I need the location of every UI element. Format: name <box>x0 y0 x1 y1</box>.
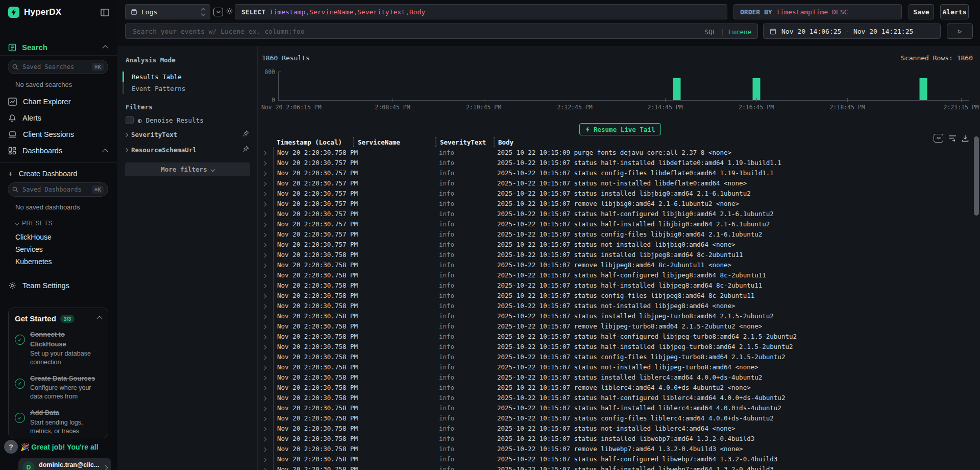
table-row[interactable]: Nov 20 2:20:30.758 PMinfo2025-10-22 10:1… <box>258 311 968 321</box>
table-row[interactable]: Nov 20 2:20:30.758 PMinfo2025-10-22 10:1… <box>258 403 968 413</box>
help-button[interactable]: ? <box>4 440 18 454</box>
expand-row-icon[interactable] <box>258 312 273 320</box>
chevron-up-icon[interactable] <box>96 316 102 321</box>
expand-row-icon[interactable] <box>258 220 273 228</box>
expand-row-icon[interactable] <box>258 353 273 361</box>
expand-row-icon[interactable] <box>258 343 273 350</box>
expand-row-icon[interactable] <box>258 322 273 330</box>
get-started-step[interactable]: ✓ Add Data Start sending logs, metrics, … <box>15 408 102 435</box>
histogram-bar[interactable] <box>673 78 681 100</box>
expand-row-icon[interactable] <box>258 404 273 412</box>
denoise-results-toggle[interactable]: ◐ Denoise Results <box>126 116 204 124</box>
scrollbar-thumb[interactable] <box>974 136 979 216</box>
table-row[interactable]: Nov 20 2:20:30.758 PMinfo2025-10-22 10:1… <box>258 147 968 157</box>
table-row[interactable]: Nov 20 2:20:30.758 PMinfo2025-10-22 10:1… <box>258 331 968 341</box>
get-started-step[interactable]: ✓ Create Data Sources Configure where yo… <box>15 373 102 401</box>
source-select[interactable]: Logs <box>125 4 210 19</box>
table-row[interactable]: Nov 20 2:20:30.758 PMinfo2025-10-22 10:1… <box>258 423 968 433</box>
table-row[interactable]: Nov 20 2:20:30.758 PMinfo2025-10-22 10:1… <box>258 321 968 331</box>
table-row[interactable]: Nov 20 2:20:30.758 PMinfo2025-10-22 10:1… <box>258 443 968 454</box>
table-row[interactable]: Nov 20 2:20:30.758 PMinfo2025-10-22 10:1… <box>258 249 968 260</box>
expand-row-icon[interactable] <box>258 435 273 442</box>
expand-row-icon[interactable] <box>258 169 273 177</box>
saved-dashboards-input[interactable]: ⌘K <box>8 182 108 197</box>
expand-row-icon[interactable] <box>258 210 273 218</box>
expand-row-icon[interactable] <box>258 261 273 269</box>
expand-row-icon[interactable] <box>258 302 273 310</box>
expand-row-icon[interactable] <box>258 445 273 453</box>
table-row[interactable]: Nov 20 2:20:30.758 PMinfo2025-10-22 10:1… <box>258 341 968 351</box>
table-row[interactable]: Nov 20 2:20:30.757 PMinfo2025-10-22 10:1… <box>258 178 968 188</box>
mode-results-table[interactable]: Results Table <box>132 73 182 81</box>
table-row[interactable]: Nov 20 2:20:30.757 PMinfo2025-10-22 10:1… <box>258 198 968 208</box>
pin-icon[interactable] <box>242 130 249 137</box>
query-settings-button[interactable] <box>226 7 233 15</box>
presets-toggle[interactable]: PRESETS <box>15 220 53 227</box>
expand-row-icon[interactable] <box>258 292 273 299</box>
expand-row-icon[interactable] <box>258 230 273 238</box>
order-by-input[interactable]: ORDER BY TimestampTime DESC <box>733 4 902 19</box>
table-row[interactable]: Nov 20 2:20:30.758 PMinfo2025-10-22 10:1… <box>258 433 968 443</box>
user-menu[interactable]: D dominic.tran@clic... dominic.tran@clic… <box>18 458 111 470</box>
expand-row-icon[interactable] <box>258 281 273 289</box>
save-button[interactable]: Save <box>909 4 934 19</box>
expand-row-icon[interactable] <box>258 394 273 402</box>
expand-row-icon[interactable] <box>258 455 273 463</box>
run-query-button[interactable]: ▷ <box>947 24 973 39</box>
expand-row-icon[interactable] <box>258 190 273 197</box>
table-row[interactable]: Nov 20 2:20:30.757 PMinfo2025-10-22 10:1… <box>258 229 968 239</box>
table-row[interactable]: Nov 20 2:20:30.757 PMinfo2025-10-22 10:1… <box>258 188 968 198</box>
expand-row-icon[interactable] <box>258 200 273 207</box>
event-search-bar[interactable]: SQL | Lucene <box>125 24 758 39</box>
sql-mode-toggle[interactable]: SQL <box>705 28 717 36</box>
preset-clickhouse[interactable]: ClickHouse <box>15 233 52 241</box>
mode-event-patterns[interactable]: Event Patterns <box>132 85 185 92</box>
sidebar-item-alerts[interactable]: Alerts <box>8 114 41 122</box>
column-header-servicename[interactable]: ServiceName <box>353 137 435 147</box>
saved-searches-input[interactable]: ⌘K <box>8 60 108 74</box>
app-logo[interactable]: HyperDX <box>8 7 61 18</box>
expand-row-icon[interactable] <box>258 363 273 371</box>
expand-row-icon[interactable] <box>258 414 273 422</box>
create-dashboard-button[interactable]: + Create Dashboard <box>8 169 77 178</box>
column-header-timestamp[interactable]: Timestamp (Local) <box>273 137 353 147</box>
table-row[interactable]: Nov 20 2:20:30.757 PMinfo2025-10-22 10:1… <box>258 157 968 168</box>
expand-row-icon[interactable] <box>258 179 273 187</box>
pin-icon[interactable] <box>242 146 249 152</box>
table-row[interactable]: Nov 20 2:20:30.758 PMinfo2025-10-22 10:1… <box>258 260 968 270</box>
expand-row-icon[interactable] <box>258 251 273 258</box>
lucene-mode-toggle[interactable]: Lucene <box>728 28 751 36</box>
preset-services[interactable]: Services <box>15 245 43 253</box>
histogram-bar[interactable] <box>919 78 927 100</box>
expand-row-icon[interactable] <box>258 373 273 381</box>
table-row[interactable]: Nov 20 2:20:30.758 PMinfo2025-10-22 10:1… <box>258 362 968 372</box>
table-row[interactable]: Nov 20 2:20:30.758 PMinfo2025-10-22 10:1… <box>258 413 968 423</box>
sidebar-item-chart-explorer[interactable]: Chart Explorer <box>8 98 70 106</box>
code-view-button[interactable]: <> <box>213 8 223 16</box>
alerts-button[interactable]: Alerts <box>940 4 969 19</box>
saved-searches-field[interactable] <box>21 63 89 71</box>
table-row[interactable]: Nov 20 2:20:30.757 PMinfo2025-10-22 10:1… <box>258 239 968 249</box>
resume-live-tail-button[interactable]: Resume Live Tail <box>579 123 661 135</box>
collapse-sidebar-icon[interactable] <box>101 9 109 16</box>
table-row[interactable]: Nov 20 2:20:30.758 PMinfo2025-10-22 10:1… <box>258 270 968 280</box>
expand-row-icon[interactable] <box>258 271 273 279</box>
table-row[interactable]: Nov 20 2:20:30.758 PMinfo2025-10-22 10:1… <box>258 464 968 470</box>
get-started-step[interactable]: ✓ Connect to ClickHouse Set up your data… <box>15 330 102 367</box>
table-row[interactable]: Nov 20 2:20:30.758 PMinfo2025-10-22 10:1… <box>258 392 968 403</box>
table-row[interactable]: Nov 20 2:20:30.758 PMinfo2025-10-22 10:1… <box>258 372 968 382</box>
table-row[interactable]: Nov 20 2:20:30.757 PMinfo2025-10-22 10:1… <box>258 168 968 178</box>
checkbox[interactable] <box>126 116 134 124</box>
expand-row-icon[interactable] <box>258 159 273 167</box>
table-row[interactable]: Nov 20 2:20:30.758 PMinfo2025-10-22 10:1… <box>258 300 968 311</box>
sidebar-item-dashboards[interactable]: Dashboards <box>8 147 62 155</box>
histogram-bar[interactable] <box>752 78 760 100</box>
sidebar-item-search[interactable]: Search <box>8 43 47 52</box>
more-filters-button[interactable]: More filters <box>125 162 250 176</box>
chevron-up-icon[interactable] <box>102 45 108 51</box>
table-row[interactable]: Nov 20 2:20:30.758 PMinfo2025-10-22 10:1… <box>258 351 968 362</box>
select-columns-input[interactable]: SELECT Timestamp,ServiceName,SeverityTex… <box>235 4 727 19</box>
column-header-body[interactable]: Body <box>494 137 968 147</box>
sidebar-item-team-settings[interactable]: Team Settings <box>8 281 69 290</box>
filter-group-severitytext[interactable]: SeverityText <box>125 131 177 138</box>
